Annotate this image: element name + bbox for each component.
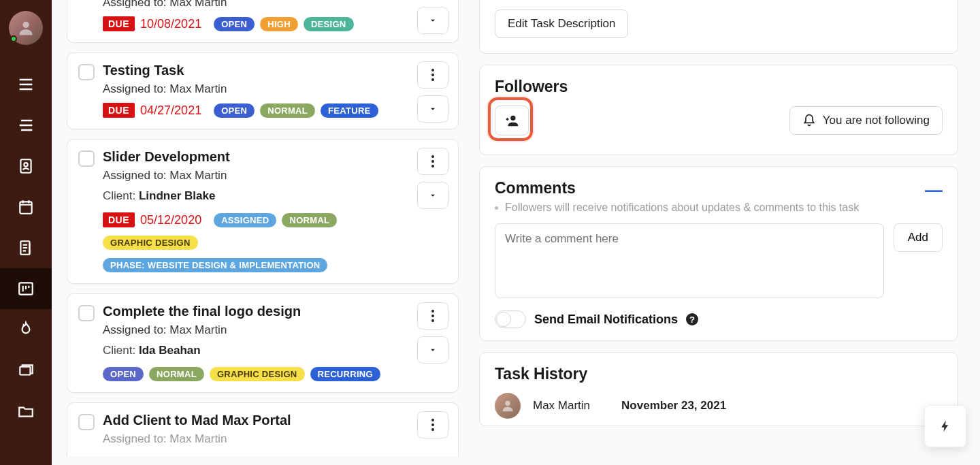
description-panel: Edit Task Description — [479, 0, 958, 54]
status-pill: OPEN — [214, 17, 255, 31]
history-panel: Task History Max Martin November 23, 202… — [479, 352, 958, 426]
due-date: 05/12/2020 — [140, 213, 201, 227]
task-checkbox[interactable] — [78, 150, 95, 167]
nav-menu[interactable] — [0, 64, 52, 105]
collapse-button[interactable]: — — [925, 181, 943, 199]
task-card: Assigned to: Max Martin DUE 10/08/2021 O… — [67, 0, 459, 43]
task-checkbox[interactable] — [78, 64, 95, 80]
more-vertical-icon — [431, 310, 434, 322]
windows-icon — [17, 362, 35, 379]
hamburger-icon — [16, 75, 35, 94]
nav-files[interactable] — [0, 391, 52, 432]
expand-button[interactable] — [417, 95, 448, 123]
nav-list[interactable] — [0, 105, 52, 146]
tag-pill: DESIGN — [304, 17, 354, 31]
assigned-line: Assigned to: Max Martin — [103, 82, 447, 96]
person-icon — [500, 398, 515, 413]
task-list-column: Assigned to: Max Martin DUE 10/08/2021 O… — [52, 0, 470, 465]
status-pill: OPEN — [103, 367, 144, 381]
comment-input[interactable] — [495, 223, 884, 298]
more-button[interactable] — [417, 302, 448, 330]
task-title[interactable]: Add Client to Mad Max Portal — [103, 413, 447, 428]
assigned-line: Assigned to: Max Martin — [103, 169, 447, 182]
more-button[interactable] — [417, 148, 448, 175]
svg-point-10 — [431, 155, 434, 158]
more-button[interactable] — [417, 61, 448, 89]
svg-point-12 — [431, 165, 434, 167]
nav-windows[interactable] — [0, 350, 52, 391]
task-title[interactable]: Slider Development — [103, 149, 447, 165]
assigned-line: Assigned to: Max Martin — [103, 432, 447, 446]
list-icon — [16, 116, 35, 135]
add-comment-button[interactable]: Add — [894, 223, 943, 252]
svg-point-11 — [431, 160, 434, 163]
svg-point-2 — [24, 163, 27, 166]
app-sidebar — [0, 0, 52, 465]
nav-board[interactable] — [0, 268, 52, 309]
client-line: Client: Ida Beahan — [103, 344, 447, 357]
history-user: Max Martin — [533, 399, 590, 413]
followers-panel: Followers You are not following — [479, 65, 958, 155]
svg-point-7 — [431, 69, 434, 71]
detail-column: Edit Task Description Followers You are … — [479, 0, 969, 465]
nav-contacts[interactable] — [0, 146, 52, 187]
comments-heading: Comments — [495, 179, 576, 197]
nav-invoice[interactable] — [0, 227, 52, 268]
task-card: Slider Development Assigned to: Max Mart… — [67, 139, 459, 284]
history-entry: Max Martin November 23, 2021 — [495, 393, 943, 419]
expand-button[interactable] — [417, 182, 448, 209]
nav-calendar[interactable] — [0, 187, 52, 227]
due-badge: DUE — [103, 16, 135, 31]
chevron-down-icon — [428, 104, 438, 114]
history-date: November 23, 2021 — [621, 399, 726, 413]
more-vertical-icon — [431, 155, 434, 167]
svg-point-18 — [431, 428, 434, 431]
phase-pill: PHASE: WEBSITE DESIGN & IMPLEMENTATION — [103, 258, 327, 272]
assigned-line: Assigned to: Max Martin — [103, 323, 447, 337]
task-checkbox[interactable] — [78, 305, 95, 321]
priority-pill: NORMAL — [260, 103, 315, 118]
quick-action-button[interactable] — [924, 405, 966, 447]
task-checkbox[interactable] — [78, 414, 95, 430]
svg-point-17 — [431, 423, 434, 426]
folder-icon — [17, 402, 35, 420]
history-avatar — [495, 393, 521, 419]
task-title[interactable]: Testing Task — [103, 63, 447, 78]
email-notify-label: Send Email Notifications — [534, 312, 678, 327]
chevron-down-icon — [428, 345, 438, 355]
expand-button[interactable] — [417, 7, 448, 34]
expand-button[interactable] — [417, 336, 448, 364]
svg-point-20 — [505, 401, 510, 406]
add-follower-button[interactable] — [495, 106, 529, 135]
current-user-avatar[interactable] — [9, 11, 43, 45]
edit-description-button[interactable]: Edit Task Description — [495, 10, 628, 38]
email-notify-toggle[interactable] — [495, 310, 526, 328]
comments-hint: Followers will receive notifications abo… — [495, 202, 943, 214]
svg-rect-3 — [20, 202, 31, 213]
nav-activity[interactable] — [0, 309, 52, 350]
help-icon[interactable]: ? — [686, 313, 698, 325]
due-date: 04/27/2021 — [140, 103, 201, 118]
due-badge: DUE — [103, 103, 135, 118]
task-card: Add Client to Mad Max Portal Assigned to… — [67, 402, 459, 457]
comments-panel: Comments — Followers will receive notifi… — [479, 166, 958, 341]
task-title[interactable]: Complete the final logo design — [103, 304, 447, 319]
more-vertical-icon — [431, 419, 434, 431]
more-button[interactable] — [417, 411, 448, 438]
priority-pill: HIGH — [260, 17, 298, 31]
calendar-icon — [17, 198, 35, 216]
chevron-down-icon — [428, 191, 438, 200]
lightning-icon — [938, 417, 952, 436]
svg-point-9 — [431, 78, 434, 81]
svg-point-14 — [431, 315, 434, 317]
tag-pill: GRAPHIC DESIGN — [103, 236, 198, 250]
due-date: 10/08/2021 — [140, 17, 201, 31]
svg-point-0 — [22, 22, 29, 28]
tag-pill: FEATURE — [321, 103, 378, 118]
assigned-line: Assigned to: Max Martin — [103, 0, 447, 10]
svg-point-19 — [510, 116, 515, 121]
person-add-icon — [504, 113, 519, 128]
follow-toggle-button[interactable]: You are not following — [789, 106, 943, 135]
tag-pill: GRAPHIC DESIGN — [210, 367, 305, 381]
history-heading: Task History — [495, 365, 943, 383]
